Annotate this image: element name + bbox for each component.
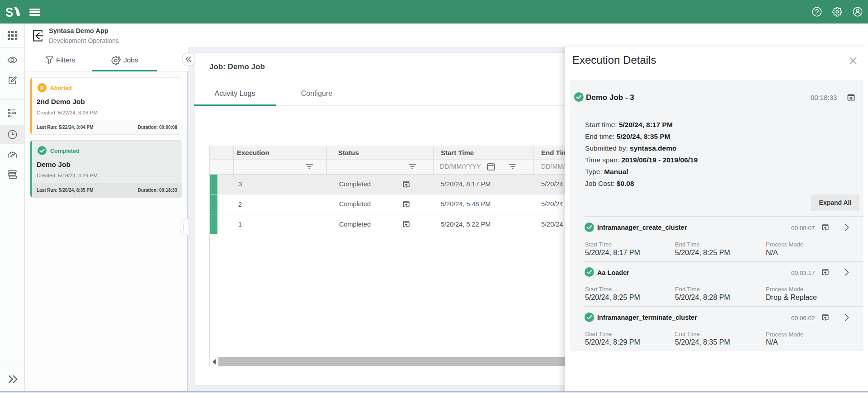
svg-text:S: S [6,6,13,18]
